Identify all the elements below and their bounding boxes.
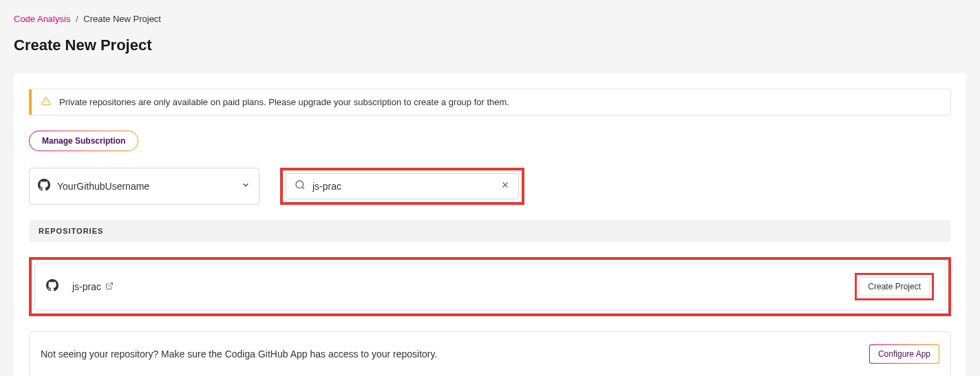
github-icon	[38, 179, 50, 194]
repo-row-highlight: js-prac Create Project	[29, 257, 951, 316]
repo-name: js-prac	[72, 281, 101, 292]
breadcrumb: Code Analysis / Create New Project	[14, 14, 966, 24]
configure-app-button[interactable]: Configure App	[869, 344, 939, 364]
svg-line-6	[109, 283, 113, 287]
account-select-value: YourGithubUsername	[57, 181, 241, 192]
search-highlight	[280, 168, 524, 205]
chevron-down-icon	[241, 180, 251, 192]
main-card: Private repositories are only available …	[14, 74, 966, 376]
alert-text: Private repositories are only available …	[59, 97, 509, 107]
github-icon	[46, 279, 58, 294]
footer-text: Not seeing your repository? Make sure th…	[41, 349, 869, 360]
breadcrumb-separator: /	[76, 14, 78, 24]
svg-point-2	[296, 181, 303, 188]
repositories-header: REPOSITORIES	[29, 220, 951, 242]
manage-subscription-button[interactable]: Manage Subscription	[29, 131, 138, 151]
clear-search-icon[interactable]	[500, 180, 510, 192]
github-account-select[interactable]: YourGithubUsername	[29, 168, 259, 205]
footer-row: Not seeing your repository? Make sure th…	[29, 331, 951, 376]
repo-row: js-prac Create Project	[34, 263, 946, 311]
controls-row: YourGithubUsername	[29, 168, 951, 205]
upgrade-alert: Private repositories are only available …	[29, 89, 951, 115]
svg-line-3	[302, 187, 304, 189]
create-project-button[interactable]: Create Project	[859, 277, 930, 296]
search-icon	[295, 179, 306, 193]
warning-icon	[41, 96, 51, 108]
search-box	[286, 173, 519, 199]
page-title: Create New Project	[14, 36, 966, 54]
breadcrumb-parent-link[interactable]: Code Analysis	[14, 14, 70, 24]
create-project-highlight: Create Project	[855, 273, 934, 300]
breadcrumb-current: Create New Project	[83, 14, 161, 24]
external-link-icon[interactable]	[105, 280, 114, 293]
repo-search-input[interactable]	[312, 181, 500, 192]
